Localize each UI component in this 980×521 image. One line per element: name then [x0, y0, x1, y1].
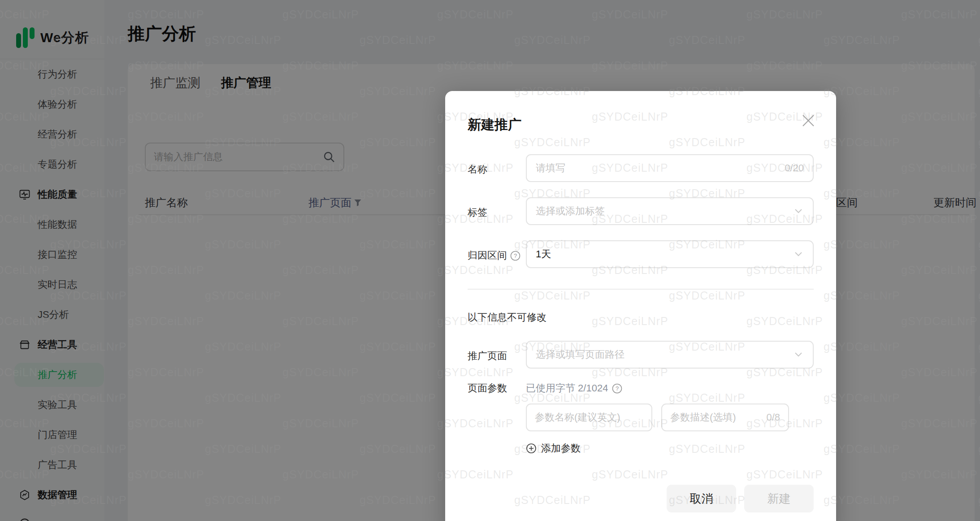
- locked-section-note: 以下信息不可修改: [468, 311, 546, 324]
- promotion-page-label: 推广页面: [468, 349, 535, 363]
- name-input[interactable]: [536, 162, 780, 174]
- chevron-down-icon: [793, 206, 804, 217]
- params-usage: 已使用字节 2/1024 ?: [526, 382, 622, 395]
- attribution-select[interactable]: 1天: [526, 240, 814, 268]
- param-name-field: [526, 404, 652, 431]
- section-divider: [468, 289, 814, 290]
- tag-label: 标签: [468, 206, 535, 219]
- name-label: 名称: [468, 163, 535, 176]
- plus-circle-icon: [526, 443, 537, 454]
- cancel-button[interactable]: 取消: [667, 485, 736, 512]
- param-name-input[interactable]: [535, 412, 643, 423]
- promotion-page-select[interactable]: 选择或填写页面路径: [526, 341, 814, 369]
- svg-text:?: ?: [514, 252, 517, 259]
- name-field: 0/20: [526, 154, 814, 182]
- create-button[interactable]: 新建: [744, 485, 814, 512]
- attribution-label-text: 归因区间: [468, 249, 507, 262]
- promotion-page-placeholder: 选择或填写页面路径: [536, 348, 793, 361]
- close-icon[interactable]: [800, 113, 816, 129]
- app-window: We分析 行为分析体验分析经营分析专题分析性能质量性能数据接口监控实时日志JS分…: [0, 0, 980, 521]
- tag-select[interactable]: 选择或添加标签: [526, 197, 814, 225]
- dialog-footer: 取消 新建: [667, 485, 814, 512]
- bytes-used-text: 已使用字节 2/1024: [526, 382, 608, 395]
- param-desc-field: 0/8: [661, 404, 789, 431]
- add-param-button[interactable]: 添加参数: [526, 442, 581, 455]
- attribution-label: 归因区间 ?: [468, 249, 535, 262]
- new-promotion-dialog: 新建推广 名称 0/20 标签 选择或添加标签 归因区间: [445, 91, 836, 521]
- dialog-title: 新建推广: [468, 116, 521, 134]
- param-desc-input[interactable]: [670, 412, 763, 423]
- char-counter: 0/20: [785, 162, 804, 174]
- char-counter: 0/8: [766, 412, 780, 423]
- chevron-down-icon: [793, 249, 804, 260]
- chevron-down-icon: [793, 349, 804, 360]
- add-param-label: 添加参数: [541, 442, 581, 455]
- attribution-value: 1天: [536, 247, 793, 261]
- help-icon[interactable]: ?: [510, 251, 520, 261]
- page-params-label: 页面参数: [468, 382, 535, 395]
- help-icon[interactable]: ?: [612, 383, 622, 394]
- tag-placeholder: 选择或添加标签: [536, 204, 793, 218]
- svg-text:?: ?: [616, 385, 619, 392]
